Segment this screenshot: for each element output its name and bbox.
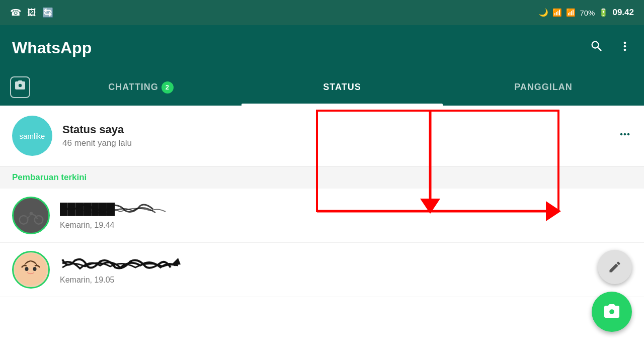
status-bar: ☎ 🖼 🔄 🌙 📶 📶 70% 🔋 09.42 xyxy=(0,0,644,25)
contact-row-2[interactable]: Kemarin, 19.05 xyxy=(0,243,644,297)
contact-2-time: Kemarin, 19.05 xyxy=(60,276,632,285)
tab-bar: CHATTING 2 STATUS PANGGILAN xyxy=(0,70,644,106)
content-area: samlike Status saya 46 menit yang lalu P… xyxy=(0,106,644,362)
tab-chatting[interactable]: CHATTING 2 xyxy=(40,70,242,104)
contact-row[interactable]: ███████ Kemarin, 19.44 xyxy=(0,189,644,243)
camera-fab-icon xyxy=(603,303,621,321)
chatting-badge: 2 xyxy=(162,81,174,94)
my-status-time: 46 menit yang lalu xyxy=(62,138,618,148)
contact-2-avatar xyxy=(12,251,50,289)
contact-2-name xyxy=(60,255,632,274)
contact-1-name-censored: ███████ xyxy=(60,202,171,217)
contact-2-info: Kemarin, 19.05 xyxy=(60,255,632,285)
status-bar-left-icons: ☎ 🖼 🔄 xyxy=(10,7,53,18)
clock: 09.42 xyxy=(612,8,634,18)
chatting-label: CHATTING xyxy=(108,82,158,93)
my-status-info: Status saya 46 menit yang lalu xyxy=(62,123,618,148)
app-title: WhatsApp xyxy=(12,39,92,57)
signal-icon: 📶 xyxy=(566,8,576,17)
contact-1-name: ███████ xyxy=(60,202,632,219)
my-status-row[interactable]: samlike Status saya 46 menit yang lalu xyxy=(0,106,644,166)
more-options-icon[interactable] xyxy=(618,39,632,57)
section-pembaruan: Pembaruan terkini xyxy=(0,166,644,189)
svg-point-6 xyxy=(25,267,29,271)
my-status-name: Status saya xyxy=(62,123,618,136)
fab-edit-status-button[interactable] xyxy=(598,250,632,284)
contact-1-avatar xyxy=(12,197,50,234)
battery-percent: 70% xyxy=(580,9,595,17)
panggilan-label: PANGGILAN xyxy=(514,82,573,93)
sync-icon: 🔄 xyxy=(42,7,53,18)
battery-icon: 🔋 xyxy=(599,8,608,17)
svg-point-7 xyxy=(33,267,37,271)
my-status-avatar: samlike xyxy=(12,116,52,156)
contact-1-info: ███████ Kemarin, 19.44 xyxy=(60,202,632,230)
my-status-more-icon[interactable] xyxy=(618,127,632,145)
pencil-icon xyxy=(608,260,622,274)
fab-add-status-button[interactable] xyxy=(592,292,632,332)
contact-1-time: Kemarin, 19.44 xyxy=(60,221,632,230)
status-bar-right-icons: 🌙 📶 📶 70% 🔋 09.42 xyxy=(539,8,634,18)
svg-point-2 xyxy=(29,212,33,215)
contact-2-name-censored xyxy=(60,255,181,272)
header-icons xyxy=(590,39,632,57)
search-icon[interactable] xyxy=(590,39,604,57)
tab-panggilan[interactable]: PANGGILAN xyxy=(443,70,644,104)
wifi-icon: 📶 xyxy=(552,8,562,17)
tab-status[interactable]: STATUS xyxy=(242,70,443,104)
app-header: WhatsApp xyxy=(0,25,644,70)
image-icon: 🖼 xyxy=(27,8,36,18)
contact-2-avatar-img xyxy=(15,253,47,286)
whatsapp-icon: ☎ xyxy=(10,7,21,18)
status-label: STATUS xyxy=(323,82,361,93)
camera-tab-icon xyxy=(10,76,30,98)
tab-camera[interactable] xyxy=(0,70,40,104)
moon-icon: 🌙 xyxy=(539,8,548,17)
